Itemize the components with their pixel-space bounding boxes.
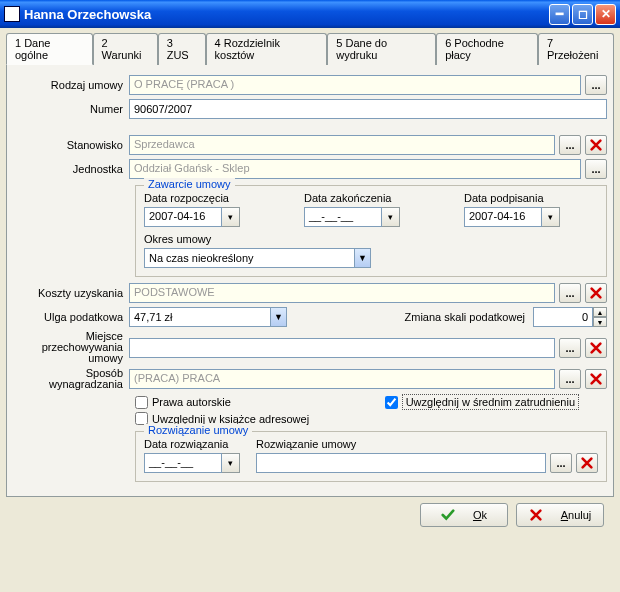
chevron-down-icon: ▼ (270, 308, 286, 326)
titlebar: Hanna Orzechowska ━ ◻ ✕ (0, 0, 620, 28)
data-rozpoczecia-picker-button[interactable]: ▾ (222, 207, 240, 227)
tab-warunki[interactable]: 2 Warunki (93, 33, 158, 65)
label-rodzaj-umowy: Rodzaj umowy (13, 79, 129, 91)
label-data-podpisania: Data podpisania (464, 192, 598, 204)
stanowisko-field: Sprzedawca (129, 135, 555, 155)
tab-dane-wydruku[interactable]: 5 Dane do wydruku (327, 33, 436, 65)
cancel-icon (529, 508, 543, 522)
label-data-rozpoczecia: Data rozpoczęcia (144, 192, 278, 204)
rodzaj-umowy-browse-button[interactable]: ... (585, 75, 607, 95)
legend-rozwiazanie-umowy: Rozwiązanie umowy (144, 424, 252, 436)
numer-input[interactable] (129, 99, 607, 119)
tab-przelozeni[interactable]: 7 Przełożeni (538, 33, 614, 65)
label-miejsce-przechowywania: Miejsce przechowywania umowy (13, 331, 129, 364)
koszty-uzyskania-field: PODSTAWOWE (129, 283, 555, 303)
sposob-wynagradzania-field: (PRACA) PRACA (129, 369, 555, 389)
label-jednostka: Jednostka (13, 163, 129, 175)
miejsce-delete-button[interactable] (585, 338, 607, 358)
label-data-zakonczenia: Data zakończenia (304, 192, 438, 204)
close-button[interactable]: ✕ (595, 4, 616, 25)
zmiana-skali-spinner[interactable]: ▲▼ (533, 307, 607, 327)
ok-label: Ok (473, 509, 487, 521)
sposob-delete-button[interactable] (585, 369, 607, 389)
rozwiazanie-delete-button[interactable] (576, 453, 598, 473)
checkbox-prawa-autorskie[interactable]: Prawa autorskie (135, 396, 231, 409)
ok-button[interactable]: Ok (420, 503, 508, 527)
data-podpisania-picker-button[interactable]: ▾ (542, 207, 560, 227)
data-podpisania-input[interactable]: 2007-04-16 (464, 207, 542, 227)
minimize-button[interactable]: ━ (549, 4, 570, 25)
data-rozpoczecia-input[interactable]: 2007-04-16 (144, 207, 222, 227)
window-title: Hanna Orzechowska (24, 7, 547, 22)
cancel-label: Anuluj (561, 509, 592, 521)
data-zakonczenia-input[interactable]: __-__-__ (304, 207, 382, 227)
jednostka-browse-button[interactable]: ... (585, 159, 607, 179)
dialog-footer: Ok Anuluj (6, 497, 614, 533)
spin-down-button[interactable]: ▼ (593, 317, 607, 327)
tab-zus[interactable]: 3 ZUS (158, 33, 206, 65)
rozwiazanie-umowy-input[interactable] (256, 453, 546, 473)
tab-rozdzielnik[interactable]: 4 Rozdzielnik kosztów (206, 33, 328, 65)
chevron-down-icon: ▼ (354, 249, 370, 267)
cancel-button[interactable]: Anuluj (516, 503, 604, 527)
stanowisko-delete-button[interactable] (585, 135, 607, 155)
label-sposob-wynagradzania: Sposób wynagradzania (13, 368, 129, 390)
app-icon (4, 6, 20, 22)
miejsce-browse-button[interactable]: ... (559, 338, 581, 358)
label-numer: Numer (13, 103, 129, 115)
label-stanowisko: Stanowisko (13, 139, 129, 151)
tab-bar: 1 Dane ogólne 2 Warunki 3 ZUS 4 Rozdziel… (6, 32, 614, 65)
rozwiazanie-browse-button[interactable]: ... (550, 453, 572, 473)
checkbox-uwzglednij-srednim[interactable]: Uwzględnij w średnim zatrudnieniu (385, 394, 579, 410)
group-rozwiazanie-umowy: Rozwiązanie umowy Data rozwiązania __-__… (135, 431, 607, 482)
tab-pochodne[interactable]: 6 Pochodne płacy (436, 33, 538, 65)
prawa-autorskie-checkbox[interactable] (135, 396, 148, 409)
koszty-delete-button[interactable] (585, 283, 607, 303)
data-zakonczenia-picker-button[interactable]: ▾ (382, 207, 400, 227)
koszty-browse-button[interactable]: ... (559, 283, 581, 303)
data-rozwiazania-input[interactable]: __-__-__ (144, 453, 222, 473)
group-zawarcie-umowy: Zawarcie umowy Data rozpoczęcia 2007-04-… (135, 185, 607, 277)
label-koszty-uzyskania: Koszty uzyskania (13, 287, 129, 299)
label-ulga-podatkowa: Ulga podatkowa (13, 311, 129, 323)
zmiana-skali-input[interactable] (533, 307, 593, 327)
label-rozwiazanie-umowy: Rozwiązanie umowy (256, 438, 598, 450)
legend-zawarcie-umowy: Zawarcie umowy (144, 178, 235, 190)
okres-umowy-select[interactable]: Na czas nieokreślony ▼ (144, 248, 371, 268)
jednostka-field: Oddział Gdańsk - Sklep (129, 159, 581, 179)
tab-dane-ogolne[interactable]: 1 Dane ogólne (6, 33, 93, 65)
label-okres-umowy: Okres umowy (144, 233, 371, 245)
uwzglednij-srednim-checkbox[interactable] (385, 396, 398, 409)
spin-up-button[interactable]: ▲ (593, 307, 607, 317)
label-zmiana-skali: Zmiana skali podatkowej (287, 311, 533, 323)
miejsce-przechowywania-input[interactable] (129, 338, 555, 358)
check-icon (441, 508, 455, 522)
maximize-button[interactable]: ◻ (572, 4, 593, 25)
sposob-browse-button[interactable]: ... (559, 369, 581, 389)
data-rozwiazania-picker-button[interactable]: ▾ (222, 453, 240, 473)
rodzaj-umowy-field: O PRACĘ (PRACA ) (129, 75, 581, 95)
label-data-rozwiazania: Data rozwiązania (144, 438, 240, 450)
ulga-podatkowa-select[interactable]: 47,71 zł ▼ (129, 307, 287, 327)
stanowisko-browse-button[interactable]: ... (559, 135, 581, 155)
panel-dane-ogolne: Rodzaj umowy O PRACĘ (PRACA ) ... Numer … (6, 65, 614, 497)
